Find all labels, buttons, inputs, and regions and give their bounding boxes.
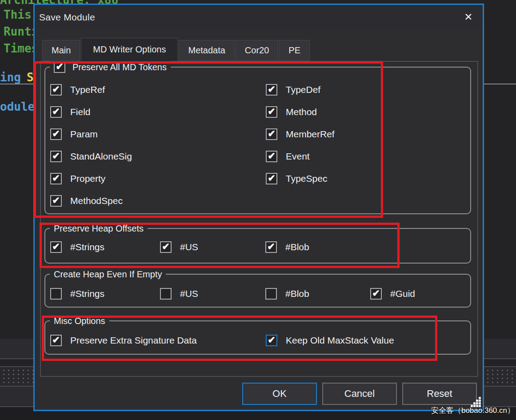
tab-label: Main bbox=[52, 45, 71, 56]
checkbox-guid-create[interactable]: ✔ #Guid bbox=[370, 288, 415, 300]
checkbox-icon: ✔ bbox=[370, 288, 382, 300]
checkbox-blob-create[interactable]: ✔ #Blob bbox=[265, 288, 309, 300]
checkbox-preserve-all-md-tokens[interactable]: ✔ bbox=[54, 61, 65, 73]
checkbox-typedef[interactable]: ✔ TypeDef bbox=[266, 84, 320, 96]
checkbox-icon: ✔ bbox=[265, 241, 277, 253]
code-fragment: This bbox=[4, 8, 32, 21]
tab-pe[interactable]: PE bbox=[279, 40, 310, 61]
checkbox-icon: ✔ bbox=[160, 241, 172, 253]
close-button[interactable]: ✕ bbox=[460, 9, 476, 25]
checkbox-icon: ✔ bbox=[50, 151, 62, 162]
checkbox-method[interactable]: ✔ Method bbox=[266, 106, 317, 118]
checkbox-icon: ✔ bbox=[266, 173, 277, 184]
checkbox-param[interactable]: ✔ Param bbox=[50, 128, 98, 140]
checkbox-icon: ✔ bbox=[50, 195, 62, 207]
group-create-heap-even-if-empty: Create Heap Even If Empty ✔ #Strings ✔ #… bbox=[44, 274, 471, 308]
dialog-title: Save Module bbox=[39, 12, 95, 23]
tab-label: PE bbox=[288, 45, 300, 56]
checkbox-keep-old-maxstack-value[interactable]: ✔ Keep Old MaxStack Value bbox=[266, 335, 394, 346]
button-label: Cancel bbox=[344, 388, 375, 400]
group-title: Misc Options bbox=[54, 315, 105, 327]
tab-metadata[interactable]: Metadata bbox=[179, 40, 234, 61]
watermark-text: 安全客（bobao.360.cn） bbox=[431, 405, 515, 416]
checkbox-icon: ✔ bbox=[50, 84, 62, 96]
checkbox-icon: ✔ bbox=[160, 288, 172, 300]
checkbox-icon: ✔ bbox=[50, 173, 62, 184]
tab-content: ✔ Preserve All MD Tokens ✔ TypeRef ✔ Fie… bbox=[40, 61, 478, 377]
checkbox-typespec[interactable]: ✔ TypeSpec bbox=[266, 173, 327, 184]
checkbox-icon: ✔ bbox=[50, 288, 62, 300]
checkbox-icon: ✔ bbox=[266, 84, 277, 96]
checkbox-icon: ✔ bbox=[50, 106, 62, 118]
ok-button[interactable]: OK bbox=[242, 383, 317, 405]
group-title: Create Heap Even If Empty bbox=[54, 268, 162, 280]
save-module-dialog: Save Module ✕ Main MD Writer Options Met… bbox=[33, 4, 484, 411]
checkbox-us-preserve[interactable]: ✔ #US bbox=[160, 241, 198, 253]
checkbox-icon: ✔ bbox=[54, 61, 65, 73]
reset-button[interactable]: Reset bbox=[402, 383, 477, 405]
checkbox-icon: ✔ bbox=[266, 151, 277, 162]
group-title: Preserve Heap Offsets bbox=[54, 222, 144, 235]
checkbox-icon: ✔ bbox=[265, 288, 277, 300]
group-misc-options: Misc Options ✔ Preserve Extra Signature … bbox=[44, 320, 471, 355]
checkbox-standalonesig[interactable]: ✔ StandAloneSig bbox=[50, 151, 132, 162]
cancel-button[interactable]: Cancel bbox=[322, 383, 397, 405]
checkbox-icon: ✔ bbox=[266, 128, 277, 140]
tab-md-writer-options[interactable]: MD Writer Options bbox=[81, 38, 178, 61]
checkbox-icon: ✔ bbox=[50, 335, 62, 346]
dialog-titlebar: Save Module ✕ bbox=[35, 5, 483, 29]
checkbox-icon: ✔ bbox=[266, 106, 277, 118]
group-preserve-heap-offsets: Preserve Heap Offsets ✔ #Strings ✔ #US ✔… bbox=[44, 228, 471, 264]
checkbox-property[interactable]: ✔ Property bbox=[50, 173, 105, 184]
group-preserve-all-md-tokens: ✔ Preserve All MD Tokens ✔ TypeRef ✔ Fie… bbox=[44, 67, 471, 214]
tab-label: Cor20 bbox=[245, 45, 269, 56]
checkbox-icon: ✔ bbox=[50, 128, 62, 140]
checkbox-event[interactable]: ✔ Event bbox=[266, 151, 310, 162]
checkbox-memberref[interactable]: ✔ MemberRef bbox=[266, 128, 335, 140]
button-label: Reset bbox=[427, 388, 452, 400]
tab-cor20[interactable]: Cor20 bbox=[236, 40, 278, 61]
checkbox-preserve-extra-signature-data[interactable]: ✔ Preserve Extra Signature Data bbox=[50, 335, 197, 346]
checkbox-methodspec[interactable]: ✔ MethodSpec bbox=[50, 195, 123, 207]
checkbox-icon: ✔ bbox=[266, 335, 277, 346]
code-fragment: odule bbox=[0, 100, 35, 113]
close-icon: ✕ bbox=[464, 11, 472, 23]
tab-label: MD Writer Options bbox=[93, 44, 166, 55]
button-label: OK bbox=[272, 388, 287, 400]
checkbox-typeref[interactable]: ✔ TypeRef bbox=[50, 84, 105, 96]
tab-label: Metadata bbox=[188, 45, 225, 56]
checkbox-strings-preserve[interactable]: ✔ #Strings bbox=[50, 241, 104, 253]
checkbox-blob-preserve[interactable]: ✔ #Blob bbox=[265, 241, 309, 253]
dialog-button-row: OK Cancel Reset bbox=[242, 383, 477, 405]
code-fragment: ing bbox=[0, 71, 21, 84]
checkbox-us-create[interactable]: ✔ #US bbox=[160, 288, 198, 300]
tab-main[interactable]: Main bbox=[42, 40, 80, 61]
tab-bar: Main MD Writer Options Metadata Cor20 PE bbox=[42, 38, 311, 61]
checkbox-strings-create[interactable]: ✔ #Strings bbox=[50, 288, 104, 300]
group-title: Preserve All MD Tokens bbox=[72, 61, 167, 73]
checkbox-icon: ✔ bbox=[50, 241, 62, 253]
checkbox-field[interactable]: ✔ Field bbox=[50, 106, 91, 118]
